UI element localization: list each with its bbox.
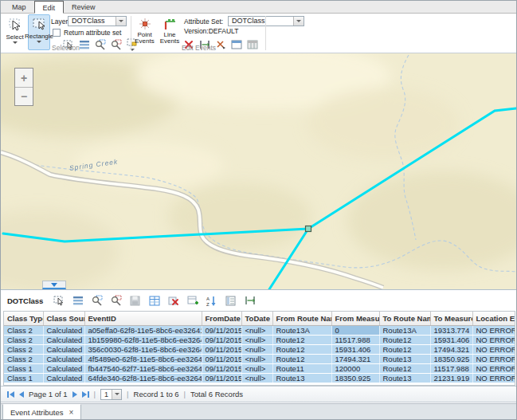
select-rectangle-icon[interactable] bbox=[53, 295, 65, 307]
group-separator-2 bbox=[265, 16, 266, 50]
basemap: Spring Creek bbox=[1, 53, 516, 289]
ribbon-tab-bar: Map Edit Review bbox=[1, 1, 516, 14]
rectangle-tool-label: Rectangle bbox=[25, 33, 53, 40]
line-events-icon bbox=[163, 18, 177, 32]
previous-page-button[interactable] bbox=[19, 391, 24, 398]
panel-tools: AZ bbox=[53, 295, 256, 307]
column-header-class-type[interactable]: Class Type bbox=[4, 312, 43, 325]
map-canvas[interactable]: Spring Creek + − bbox=[1, 53, 516, 289]
last-page-button[interactable] bbox=[82, 391, 89, 398]
table-row[interactable]: Class 1Calculated64fde340-62f8-11e5-8bc6… bbox=[4, 373, 515, 383]
column-header-todate[interactable]: ToDate bbox=[241, 312, 272, 325]
select-tool-label: Select bbox=[6, 33, 23, 41]
chevron-down-icon bbox=[51, 283, 57, 287]
zoom-in-button[interactable]: + bbox=[15, 69, 33, 87]
select-cursor-icon bbox=[8, 18, 22, 33]
bottom-tab-bar: Event Attributes × bbox=[1, 403, 516, 420]
event-attribute-table: Class Type Class Source EventID FromDate… bbox=[3, 311, 515, 386]
table-row[interactable]: Class 2Calculated356c0030-62f8-11e5-8bc6… bbox=[4, 344, 515, 354]
table-row[interactable]: Class 2Calculated1b159980-62f8-11e5-8bc6… bbox=[4, 335, 515, 344]
column-header-from-route-name[interactable]: From Route Name bbox=[272, 312, 331, 325]
column-header-location-error[interactable]: Location Error bbox=[472, 312, 515, 325]
return-attribute-set-label: Return attribute set bbox=[64, 29, 121, 37]
delete-selected-icon[interactable] bbox=[167, 295, 179, 307]
next-page-button[interactable] bbox=[72, 391, 77, 398]
separator: | bbox=[184, 390, 186, 398]
tab-event-attributes-label: Event Attributes bbox=[10, 408, 64, 417]
tab-review[interactable]: Review bbox=[64, 1, 104, 13]
set-measures-icon[interactable] bbox=[244, 295, 256, 307]
column-header-class-source[interactable]: Class Source bbox=[43, 312, 84, 325]
separator: | bbox=[94, 390, 96, 398]
table-row[interactable]: Class 2Calculateda05effa0-62f8-11e5-8bc6… bbox=[4, 325, 515, 335]
layer-combobox-value: DOTClass bbox=[69, 17, 116, 26]
total-records-text: Total 6 Records bbox=[190, 390, 243, 398]
tab-event-attributes[interactable]: Event Attributes × bbox=[2, 404, 81, 420]
tab-map[interactable]: Map bbox=[4, 1, 34, 13]
column-header-to-measure[interactable]: To Measure bbox=[430, 312, 472, 325]
event-editor-window: Map Edit Review Select Rectangle Layer: … bbox=[0, 0, 517, 420]
selection-group-label: Selection bbox=[1, 44, 131, 52]
attribute-set-combobox[interactable]: DOTClass bbox=[228, 16, 304, 26]
panel-collapse-button[interactable] bbox=[42, 281, 66, 289]
close-icon[interactable]: × bbox=[69, 409, 74, 417]
event-table-body: Class 2Calculateda05effa0-62f8-11e5-8bc6… bbox=[4, 325, 515, 383]
column-header-fromdate[interactable]: FromDate bbox=[202, 312, 241, 325]
column-header-from-measure[interactable]: From Measure bbox=[331, 312, 379, 325]
page-select-combobox[interactable]: 1 bbox=[100, 389, 122, 400]
edit-events-group-label: Edit Events bbox=[132, 44, 265, 52]
append-records-icon[interactable] bbox=[186, 295, 198, 307]
zoom-out-button[interactable]: − bbox=[15, 87, 33, 105]
tab-edit[interactable]: Edit bbox=[34, 1, 65, 14]
zoom-to-selected-icon[interactable] bbox=[91, 295, 103, 307]
ribbon: Select Rectangle Layer: DOTClass Return … bbox=[1, 14, 516, 53]
page-select-arrow-icon[interactable] bbox=[112, 390, 121, 399]
point-events-label: Point Events bbox=[135, 32, 155, 45]
page-indicator: Page 1 of 1 bbox=[29, 390, 68, 398]
show-form-icon[interactable] bbox=[225, 295, 237, 307]
svg-text:A: A bbox=[206, 296, 210, 301]
sort-records-icon[interactable]: AZ bbox=[206, 295, 217, 307]
line-events-label: Line Events bbox=[159, 32, 180, 45]
table-row[interactable]: Class 1Calculatedfb447540-62f7-11e5-8bc6… bbox=[4, 363, 515, 373]
route-junction-marker bbox=[306, 226, 311, 232]
table-header-row: Class Type Class Source EventID FromDate… bbox=[4, 312, 515, 325]
map-zoom-control: + − bbox=[14, 68, 33, 106]
rectangle-dropdown-caret[interactable] bbox=[37, 41, 41, 43]
column-header-to-route-name[interactable]: To Route Name bbox=[379, 312, 430, 325]
separator: | bbox=[127, 390, 128, 398]
attribute-panel-toolbar: DOTClass bbox=[1, 289, 516, 311]
attribute-set-combobox-value: DOTClass bbox=[229, 17, 293, 26]
group-separator bbox=[131, 16, 131, 50]
version-text: Version:DEFAULT bbox=[184, 27, 238, 35]
open-table-icon[interactable] bbox=[148, 295, 160, 307]
attribute-set-combobox-arrow-icon[interactable] bbox=[293, 17, 304, 26]
record-range-text: Record 1 to 6 bbox=[134, 390, 179, 398]
save-edits-icon[interactable] bbox=[129, 295, 141, 307]
layer-combobox[interactable]: DOTClass bbox=[68, 16, 127, 26]
layer-combobox-arrow-icon[interactable] bbox=[116, 17, 126, 26]
column-header-eventid[interactable]: EventID bbox=[84, 312, 202, 325]
svg-text:Z: Z bbox=[206, 302, 210, 306]
show-records-icon[interactable] bbox=[72, 295, 84, 307]
pagination-bar: Page 1 of 1 | 1 | Record 1 to 6 | Total … bbox=[1, 386, 516, 402]
attribute-set-label: Attribute Set: bbox=[184, 18, 223, 26]
first-page-button[interactable] bbox=[7, 391, 14, 398]
panel-title: DOTClass bbox=[7, 296, 43, 305]
rectangle-select-icon bbox=[32, 17, 46, 33]
return-attribute-set-checkbox[interactable] bbox=[53, 29, 61, 37]
point-events-icon bbox=[138, 18, 152, 32]
table-row[interactable]: Class 2Calculated4f5489e0-62f8-11e5-8bc6… bbox=[4, 354, 515, 363]
pan-to-selected-icon[interactable] bbox=[110, 295, 122, 307]
page-select-value: 1 bbox=[101, 390, 112, 399]
